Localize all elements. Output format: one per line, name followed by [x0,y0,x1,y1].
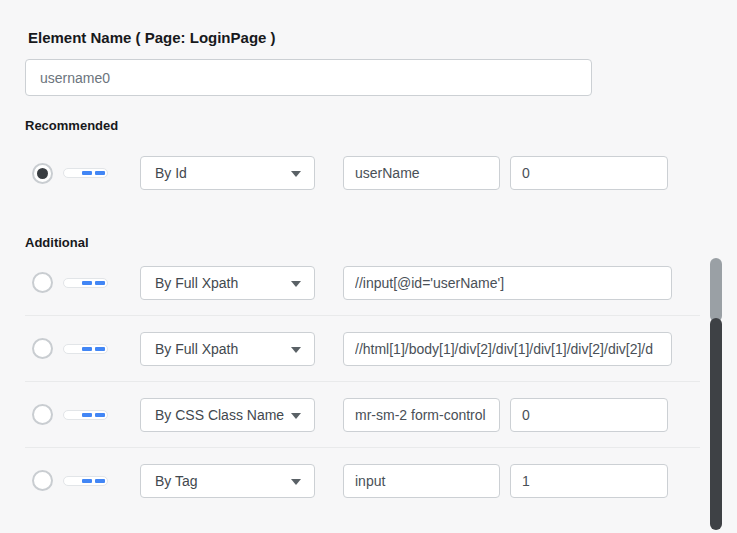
additional-locator-row: By CSS Class Name [0,382,737,447]
locator-radio-selected[interactable] [32,163,53,184]
locator-index-input[interactable] [510,398,668,432]
locator-type-dropdown[interactable]: By Full Xpath [140,266,315,300]
section-label-additional: Additional [25,235,737,250]
element-editor-panel: Element Name ( Page: LoginPage ) Recomme… [0,30,737,513]
page-title: Element Name ( Page: LoginPage ) [28,30,737,46]
locator-type-dropdown[interactable]: By Id [140,156,315,190]
chevron-down-icon [291,347,301,353]
locator-value-input[interactable] [343,464,500,498]
locator-strength-icon [63,168,108,178]
locator-radio[interactable] [32,404,53,425]
locator-radio[interactable] [32,470,53,491]
chevron-down-icon [291,479,301,485]
locator-strength-icon [63,410,108,420]
scrollbar-thumb[interactable] [710,318,722,530]
locator-type-dropdown[interactable]: By Tag [140,464,315,498]
radio-dot-icon [37,168,48,179]
chevron-down-icon [291,281,301,287]
section-label-recommended: Recommended [25,118,737,133]
additional-locator-list: By Full Xpath By Full Xpath [0,250,737,513]
locator-type-dropdown[interactable]: By Full Xpath [140,332,315,366]
scrollbar-thumb-secondary[interactable] [710,258,722,322]
locator-radio[interactable] [32,338,53,359]
locator-value-input[interactable] [343,266,672,300]
element-name-input[interactable] [25,59,592,96]
locator-strength-icon [63,476,108,486]
recommended-locator-row: By Id [0,156,737,190]
chevron-down-icon [291,171,301,177]
locator-value-input[interactable] [343,156,500,190]
additional-locator-row: By Full Xpath [0,316,737,381]
locator-type-value: By Id [155,165,187,181]
chevron-down-icon [291,413,301,419]
locator-radio[interactable] [32,272,53,293]
locator-index-input[interactable] [510,464,668,498]
locator-type-value: By Tag [155,473,198,489]
locator-value-input[interactable] [343,332,672,366]
locator-strength-icon [63,278,108,288]
additional-locator-row: By Full Xpath [0,250,737,315]
locator-index-input[interactable] [510,156,668,190]
locator-type-value: By Full Xpath [155,275,238,291]
locator-strength-icon [63,344,108,354]
locator-type-dropdown[interactable]: By CSS Class Name [140,398,315,432]
additional-locator-row: By Tag [0,448,737,513]
locator-type-value: By CSS Class Name [155,407,284,423]
locator-type-value: By Full Xpath [155,341,238,357]
locator-value-input[interactable] [343,398,500,432]
